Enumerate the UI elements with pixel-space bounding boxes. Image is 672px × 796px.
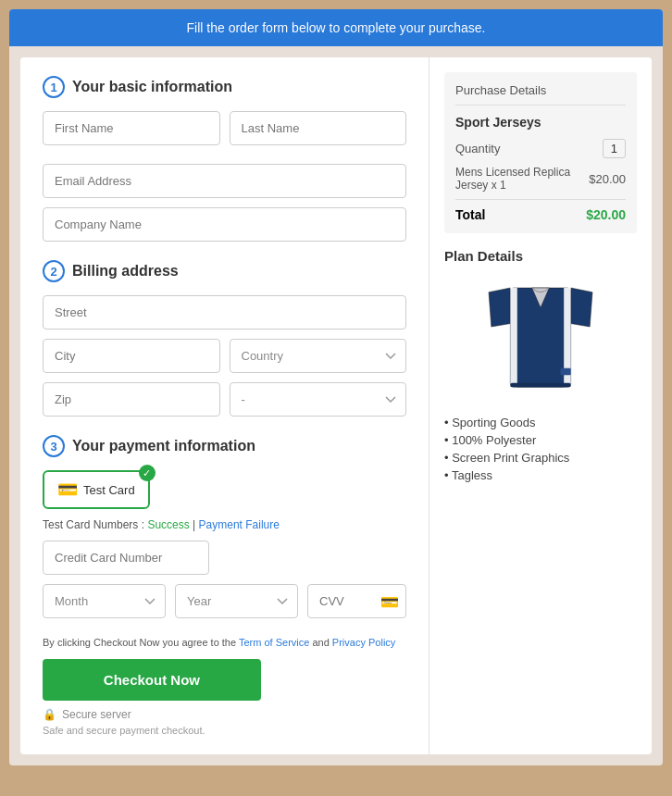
total-label: Total	[455, 207, 485, 222]
basic-info-title: Your basic information	[72, 79, 232, 95]
page-wrapper: Fill the order form below to complete yo…	[9, 9, 663, 765]
test-card-numbers-label: Test Card Numbers :	[43, 518, 144, 531]
email-row	[43, 164, 406, 198]
svg-rect-6	[510, 383, 570, 388]
zip-input[interactable]	[43, 382, 220, 417]
quantity-label: Quantity	[455, 142, 500, 155]
failure-link[interactable]: Payment Failure	[199, 518, 280, 531]
top-banner: Fill the order form below to complete yo…	[9, 9, 663, 46]
email-input[interactable]	[43, 164, 406, 198]
quantity-row: Quantity 1	[455, 139, 626, 158]
item-row: Mens Licensed Replica Jersey x 1 $20.00	[455, 166, 626, 192]
card-option[interactable]: ✓ 💳 Test Card	[43, 470, 150, 509]
test-card-info: Test Card Numbers : Success | Payment Fa…	[43, 518, 406, 531]
terms-link[interactable]: Term of Service	[239, 637, 309, 648]
state-select[interactable]: -	[230, 382, 407, 417]
banner-text: Fill the order form below to complete yo…	[187, 20, 486, 35]
company-input[interactable]	[43, 207, 406, 242]
month-select[interactable]: Month 01020304 05060708 09101112	[43, 584, 166, 618]
plan-feature-item: Sporting Goods	[444, 416, 637, 429]
secure-label: Secure server	[62, 708, 131, 721]
year-select[interactable]: Year 2024202520262027	[175, 584, 298, 618]
plan-features-list: Sporting Goods100% PolyesterScreen Print…	[444, 416, 637, 482]
checkout-button[interactable]: Checkout Now	[43, 659, 261, 701]
plan-details-section: Plan Details	[444, 248, 637, 482]
total-price: $20.00	[586, 207, 626, 222]
card-check-icon: ✓	[139, 465, 156, 481]
section-number-2: 2	[43, 260, 65, 282]
billing-header: 2 Billing address	[43, 260, 406, 282]
section-number-1: 1	[43, 76, 65, 98]
credit-card-icon: 💳	[57, 479, 78, 500]
basic-info-header: 1 Your basic information	[43, 76, 406, 98]
quantity-value: 1	[603, 139, 626, 158]
privacy-link[interactable]: Privacy Policy	[332, 637, 395, 648]
total-row: Total $20.00	[455, 199, 626, 222]
country-select[interactable]: Country	[230, 339, 407, 373]
payment-header: 3 Your payment information	[43, 435, 406, 457]
svg-rect-4	[510, 288, 516, 387]
street-input[interactable]	[43, 295, 406, 330]
cvv-wrapper: 💳	[307, 584, 406, 618]
last-name-input[interactable]	[230, 111, 407, 145]
secure-info: 🔒 Secure server	[43, 708, 406, 721]
street-row	[43, 295, 406, 330]
cc-number-row	[43, 541, 406, 575]
company-row	[43, 207, 406, 242]
plan-feature-item: Screen Print Graphics	[444, 451, 637, 465]
purchase-details-box: Purchase Details Sport Jerseys Quantity …	[444, 72, 637, 233]
billing-title: Billing address	[72, 263, 179, 280]
success-link[interactable]: Success	[147, 518, 189, 531]
cvv-card-icon: 💳	[380, 592, 399, 610]
plan-feature-item: Tagless	[444, 468, 637, 482]
zip-state-row: -	[43, 382, 406, 417]
secure-sub-text: Safe and secure payment checkout.	[43, 725, 406, 736]
product-name: Sport Jerseys	[455, 115, 626, 130]
right-panel: Purchase Details Sport Jerseys Quantity …	[429, 57, 652, 754]
cc-number-input[interactable]	[43, 541, 209, 575]
main-content: 1 Your basic information 2 Billing addre…	[20, 57, 652, 754]
first-name-input[interactable]	[43, 111, 220, 145]
item-price: $20.00	[589, 172, 626, 186]
city-country-row: Country	[43, 339, 406, 373]
svg-rect-7	[560, 368, 570, 375]
item-description: Mens Licensed Replica Jersey x 1	[455, 166, 589, 192]
city-input[interactable]	[43, 339, 220, 373]
name-row	[43, 111, 406, 145]
section-number-3: 3	[43, 435, 65, 457]
jersey-image	[480, 275, 601, 404]
payment-title: Your payment information	[72, 438, 255, 454]
left-panel: 1 Your basic information 2 Billing addre…	[20, 57, 429, 754]
plan-feature-item: 100% Polyester	[444, 433, 637, 447]
terms-text: By clicking Checkout Now you agree to th…	[43, 637, 406, 648]
jersey-image-container	[444, 275, 637, 404]
card-option-label: Test Card	[83, 483, 135, 497]
expiry-cvv-row: Month 01020304 05060708 09101112 Year 20…	[43, 584, 406, 618]
lock-icon: 🔒	[43, 708, 56, 721]
plan-details-title: Plan Details	[444, 248, 637, 264]
purchase-details-title: Purchase Details	[455, 83, 626, 106]
